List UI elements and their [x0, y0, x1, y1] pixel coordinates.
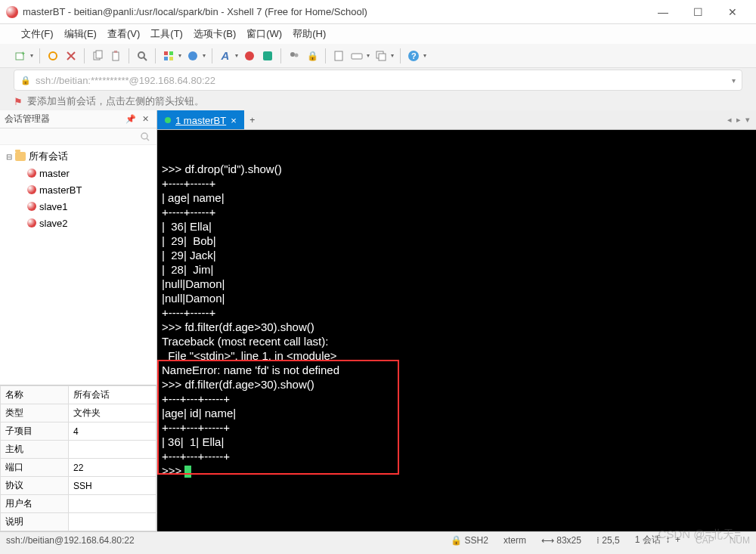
svg-rect-5 [113, 52, 119, 60]
pin-icon[interactable]: 📌 [125, 114, 136, 124]
tree-root-label: 所有会话 [29, 150, 68, 163]
users-icon[interactable] [287, 49, 301, 63]
address-bar[interactable]: 🔒 ssh://beitian:**********@192.168.64.80… [14, 70, 742, 91]
prop-row: 主机 [1, 441, 156, 459]
svg-text:+: + [21, 50, 25, 57]
svg-rect-19 [352, 54, 362, 59]
menubar: 文件(F) 编辑(E) 查看(V) 工具(T) 选项卡(B) 窗口(W) 帮助(… [0, 24, 756, 44]
svg-rect-15 [263, 51, 272, 60]
window-controls: — ☐ ✕ [646, 1, 750, 23]
session-icon [27, 202, 36, 211]
folder-icon [15, 152, 26, 161]
session-item[interactable]: slave1 [0, 198, 156, 215]
green-icon[interactable] [261, 49, 274, 63]
titlebar: masterBT - beitian@panli:/usr/local/spar… [0, 0, 756, 24]
tab-masterbt[interactable]: 1 masterBT × [157, 110, 244, 129]
collapse-icon[interactable]: ⊟ [6, 153, 15, 161]
menu-file[interactable]: 文件(F) [21, 27, 54, 41]
paste-icon[interactable] [109, 49, 122, 63]
minimize-button[interactable]: — [646, 1, 680, 23]
prop-row: 类型文件夹 [1, 404, 156, 422]
hint-text: 要添加当前会话，点击左侧的箭头按钮。 [27, 94, 204, 108]
status-cap: CAP [696, 535, 714, 546]
layout-icon[interactable] [162, 49, 175, 63]
session-icon [27, 218, 36, 227]
svg-rect-11 [164, 57, 168, 60]
menu-edit[interactable]: 编辑(E) [64, 27, 97, 41]
toolbar: +▾ ▾ ▾ A▾ 🔒 ▾ ▾ ?▾ [0, 44, 756, 68]
new-session-icon[interactable]: + [14, 49, 27, 63]
tree-root[interactable]: ⊟ 所有会话 [0, 148, 156, 165]
status-addr: ssh://beitian@192.168.64.80:22 [6, 535, 135, 546]
svg-rect-4 [96, 51, 102, 58]
menu-window[interactable]: 窗口(W) [246, 27, 282, 41]
session-item[interactable]: master [0, 165, 156, 181]
tab-label: 1 masterBT [175, 115, 226, 126]
flag-icon: ⚑ [14, 96, 23, 107]
properties-panel: 名称所有会话 类型文件夹 子项目4 主机 端口22 协议SSH 用户名 说明 [0, 385, 156, 531]
svg-rect-6 [114, 51, 117, 53]
scroll-icon[interactable] [332, 49, 345, 63]
terminal[interactable]: >>> df.drop("id").show()+----+-----+| ag… [157, 130, 756, 531]
font-icon[interactable]: A [218, 49, 232, 63]
menu-tabs[interactable]: 选项卡(B) [194, 27, 236, 41]
new-tab-button[interactable]: + [244, 110, 261, 129]
tab-nav-right-icon[interactable]: ▸ [736, 115, 741, 125]
session-label: slave1 [39, 201, 68, 212]
session-icon [27, 185, 36, 194]
swirl-icon[interactable] [243, 49, 256, 63]
svg-point-2 [49, 52, 57, 60]
tab-bar: 1 masterBT × + ◂ ▸ ▾ [157, 110, 756, 130]
svg-line-25 [147, 138, 149, 141]
overlap-icon[interactable] [374, 49, 388, 63]
help-icon[interactable]: ? [407, 49, 420, 63]
session-item[interactable]: slave2 [0, 215, 156, 231]
reconnect-icon[interactable] [46, 49, 60, 63]
session-tree: ⊟ 所有会话 master masterBT slave1 slave2 [0, 145, 156, 385]
keyboard-icon[interactable] [350, 49, 364, 63]
sidebar-search[interactable] [0, 128, 156, 145]
svg-rect-18 [335, 51, 342, 60]
svg-point-7 [138, 52, 144, 58]
status-num: NUM [730, 535, 750, 546]
connected-dot-icon [165, 117, 171, 123]
lock-small-icon: 🔒 [20, 76, 31, 85]
maximize-button[interactable]: ☐ [680, 1, 715, 23]
tab-nav-left-icon[interactable]: ◂ [727, 115, 732, 125]
prop-row: 说明 [1, 513, 156, 531]
globe-icon[interactable] [186, 49, 200, 63]
session-item[interactable]: masterBT [0, 181, 156, 198]
svg-point-16 [290, 52, 295, 57]
session-label: masterBT [39, 184, 82, 196]
address-text: ssh://beitian:**********@192.168.64.80:2… [36, 75, 215, 86]
app-icon [6, 6, 18, 18]
session-label: master [39, 168, 70, 179]
address-dropdown-icon[interactable]: ▾ [732, 76, 736, 85]
prop-row: 端口22 [1, 459, 156, 477]
window-title: masterBT - beitian@panli:/usr/local/spar… [23, 6, 646, 17]
copy-icon[interactable] [91, 49, 104, 63]
session-icon [27, 169, 36, 178]
menu-view[interactable]: 查看(V) [107, 27, 140, 41]
svg-rect-12 [169, 57, 173, 60]
disconnect-icon[interactable] [64, 49, 78, 63]
svg-line-8 [144, 57, 147, 60]
status-ssh: 🔒 SSH2 [451, 535, 488, 546]
sidebar-title: 会话管理器 [5, 113, 50, 125]
status-term: xterm [503, 535, 526, 546]
close-button[interactable]: ✕ [715, 1, 750, 23]
menu-help[interactable]: 帮助(H) [293, 27, 326, 41]
sidebar-close-icon[interactable]: ✕ [142, 114, 149, 124]
menu-tools[interactable]: 工具(T) [150, 27, 183, 41]
prop-row: 协议SSH [1, 477, 156, 495]
svg-text:?: ? [411, 51, 417, 60]
svg-rect-21 [379, 54, 386, 60]
prop-row: 用户名 [1, 495, 156, 513]
main-area: 1 masterBT × + ◂ ▸ ▾ >>> df.drop("id").s… [157, 110, 756, 531]
tab-menu-icon[interactable]: ▾ [745, 115, 750, 125]
svg-rect-9 [164, 51, 168, 55]
status-sessions: 1 会话 ↕ + [635, 534, 680, 546]
lock-icon[interactable]: 🔒 [305, 49, 319, 63]
tab-close-icon[interactable]: × [231, 115, 237, 126]
search-icon[interactable] [135, 49, 149, 63]
